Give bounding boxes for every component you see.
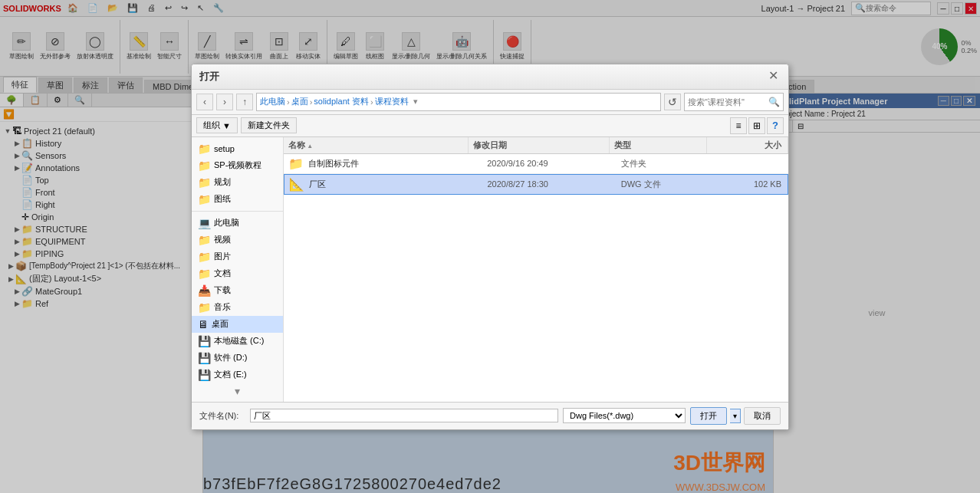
file-item-dwg[interactable]: 📐 厂区 2020/8/27 18:30 DWG 文件 102 KB: [284, 174, 788, 195]
file-date: 2020/8/27 18:30: [487, 179, 620, 189]
nav-label: 软件 (D:): [214, 352, 247, 363]
download-icon: 📥: [198, 284, 211, 297]
nav-label: 本地磁盘 (C:): [214, 335, 264, 347]
breadcrumb-dropdown[interactable]: ▾: [413, 97, 418, 107]
folder-icon: 📁: [198, 159, 211, 172]
file-type: 文件夹: [621, 158, 711, 169]
nav-label: 视频: [214, 234, 231, 245]
file-name: 厂区: [309, 179, 487, 190]
dialog-address-bar: ‹ › ↑ 此电脑 › 桌面 › solidplant 资料 › 课程资料 ▾ …: [192, 90, 788, 115]
dialog-search-icon[interactable]: 🔍: [768, 97, 780, 107]
file-list: 名称 ▲ 修改日期 类型 大小 📁 自制图标元件 2020/9/16 20:49…: [284, 137, 788, 402]
file-list-body: 📁 自制图标元件 2020/9/16 20:49 文件夹 📐 厂区 2020/8…: [284, 154, 788, 402]
open-btn[interactable]: 打开: [690, 407, 727, 425]
nav-label: 文档 (E:): [214, 369, 247, 380]
breadcrumb-sep2: ›: [310, 97, 313, 107]
folder-icon: 📁: [198, 301, 211, 314]
nav-item-computer[interactable]: 💻 此电脑: [192, 215, 283, 232]
view-details-btn[interactable]: ≡: [730, 117, 747, 134]
search-box: 🔍: [684, 93, 784, 111]
nav-item-drive-e[interactable]: 💾 文档 (E:): [192, 366, 283, 383]
filename-input[interactable]: [250, 409, 558, 422]
nav-label: 图纸: [214, 193, 231, 205]
open-dropdown-btn[interactable]: ▾: [730, 409, 741, 423]
nav-item-planning[interactable]: 📁 规划: [192, 174, 283, 191]
folder-icon: 📁: [288, 156, 304, 171]
breadcrumb-course[interactable]: 课程资料: [375, 96, 409, 107]
dialog-body: 📁 setup 📁 SP-视频教程 📁 规划 📁 图纸 💻: [192, 137, 788, 402]
nav-item-drive-c[interactable]: 💾 本地磁盘 (C:): [192, 333, 283, 350]
col-type-header[interactable]: 类型: [610, 137, 707, 153]
file-list-header: 名称 ▲ 修改日期 类型 大小: [284, 137, 788, 154]
dialog-footer: 文件名(N): Dwg Files(*.dwg) 打开 ▾ 取消: [192, 402, 788, 429]
file-open-dialog: 打开 ✕ ‹ › ↑ 此电脑 › 桌面 › solidplant 资料 › 课程…: [191, 64, 789, 430]
nav-label: 文档: [214, 268, 231, 279]
folder-icon: 📁: [198, 176, 211, 189]
dialog-search-input[interactable]: [688, 97, 768, 107]
breadcrumb-bar: 此电脑 › 桌面 › solidplant 资料 › 课程资料 ▾: [256, 93, 661, 111]
folder-icon: 📁: [198, 268, 211, 280]
file-item-folder[interactable]: 📁 自制图标元件 2020/9/16 20:49 文件夹: [284, 154, 788, 174]
breadcrumb-sep1: ›: [287, 97, 290, 107]
dialog-titlebar: 打开 ✕: [192, 64, 788, 90]
disk-icon: 💾: [198, 335, 211, 347]
view-icons-btn[interactable]: ⊞: [748, 117, 765, 134]
nav-back-btn[interactable]: ‹: [196, 94, 213, 110]
file-size: 102 KB: [710, 179, 788, 189]
nav-label: SP-视频教程: [214, 159, 261, 171]
nav-label: 下载: [214, 284, 231, 296]
nav-label: setup: [214, 144, 235, 153]
file-name: 自制图标元件: [308, 158, 487, 169]
filename-label: 文件名(N):: [199, 410, 245, 422]
breadcrumb-desktop[interactable]: 桌面: [291, 96, 308, 107]
nav-label: 规划: [214, 176, 231, 188]
organize-btn[interactable]: 组织 ▼: [196, 117, 238, 133]
nav-item-sp-video[interactable]: 📁 SP-视频教程: [192, 157, 283, 174]
dwg-icon: 📐: [289, 177, 304, 192]
nav-label: 音乐: [214, 301, 231, 313]
nav-item-downloads[interactable]: 📥 下载: [192, 282, 283, 299]
file-date: 2020/9/16 20:49: [487, 159, 621, 168]
organize-arrow: ▼: [222, 121, 231, 130]
nav-label: 桌面: [212, 318, 229, 330]
breadcrumb-sep3: ›: [370, 97, 373, 107]
nav-label: 此电脑: [214, 217, 239, 228]
desktop-icon: 🖥: [198, 318, 209, 330]
nav-item-video[interactable]: 📁 视频: [192, 232, 283, 248]
folder-icon: 📁: [198, 234, 211, 246]
organize-label: 组织: [203, 120, 220, 131]
nav-item-setup[interactable]: 📁 setup: [192, 140, 283, 157]
disk-icon: 💾: [198, 369, 211, 381]
nav-item-drawings[interactable]: 📁 图纸: [192, 191, 283, 208]
folder-icon: 📁: [198, 193, 211, 205]
file-type: DWG 文件: [621, 179, 710, 190]
nav-item-pictures[interactable]: 📁 图片: [192, 248, 283, 265]
folder-icon: 📁: [198, 251, 211, 263]
breadcrumb-solidplant[interactable]: solidplant 资料: [314, 96, 369, 107]
nav-forward-btn[interactable]: ›: [216, 94, 233, 110]
nav-sep1: [192, 211, 283, 212]
nav-item-music[interactable]: 📁 音乐: [192, 299, 283, 316]
help-btn[interactable]: ?: [767, 117, 784, 134]
nav-item-drive-d[interactable]: 💾 软件 (D:): [192, 350, 283, 366]
disk-icon: 💾: [198, 352, 211, 364]
cancel-btn[interactable]: 取消: [744, 407, 781, 425]
open-label: 打开: [700, 410, 717, 422]
dialog-nav: 📁 setup 📁 SP-视频教程 📁 规划 📁 图纸 💻: [192, 137, 284, 402]
col-size-header[interactable]: 大小: [707, 137, 788, 153]
col-date-header[interactable]: 修改日期: [469, 137, 610, 153]
dialog-overlay: 打开 ✕ ‹ › ↑ 此电脑 › 桌面 › solidplant 资料 › 课程…: [0, 0, 980, 493]
dialog-close-btn[interactable]: ✕: [765, 69, 781, 84]
footer-btns: 打开 ▾ 取消: [690, 407, 781, 425]
nav-scroll-down[interactable]: ▾: [192, 383, 283, 399]
nav-item-docs[interactable]: 📁 文档: [192, 265, 283, 282]
nav-up-btn[interactable]: ↑: [236, 94, 253, 110]
filetype-select[interactable]: Dwg Files(*.dwg): [563, 408, 686, 423]
new-folder-btn[interactable]: 新建文件夹: [241, 117, 297, 133]
col-name-header[interactable]: 名称 ▲: [284, 137, 469, 153]
dialog-title: 打开: [199, 70, 219, 84]
breadcrumb-computer[interactable]: 此电脑: [260, 96, 285, 107]
addr-refresh-btn[interactable]: ↺: [664, 94, 681, 110]
nav-label: 图片: [214, 251, 231, 262]
nav-item-desktop[interactable]: 🖥 桌面: [192, 316, 283, 333]
